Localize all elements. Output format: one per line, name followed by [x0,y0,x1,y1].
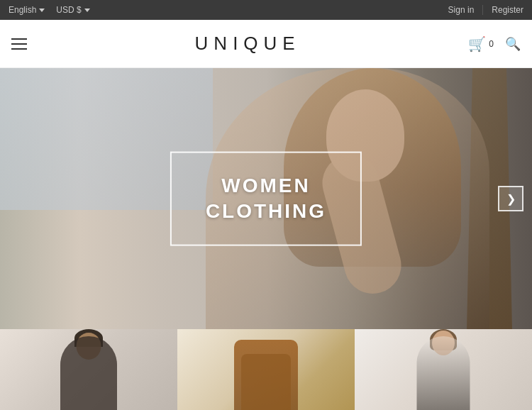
slider-next-button[interactable]: ❯ [498,186,523,211]
thumb3-body [417,336,470,410]
currency-chevron-icon [84,9,90,12]
language-label: English [9,5,36,15]
top-bar-divider [482,5,483,15]
hamburger-line-3 [11,48,27,50]
hamburger-line-1 [11,38,27,40]
cart-button[interactable]: 🛒 0 [468,35,494,52]
hero-title: WOMEN CLOTHING [206,173,326,225]
currency-label: USD $ [56,5,81,15]
hamburger-menu-button[interactable] [11,38,27,50]
brand-logo[interactable]: UNIQUE [195,33,301,55]
top-bar-right: Sign in Register [448,5,523,15]
thumb1-body [60,336,117,410]
main-header: UNIQUE 🛒 0 🔍 [0,20,532,68]
thumb2-bag-detail [241,354,291,410]
hamburger-line-2 [11,43,27,45]
product-thumb-3[interactable] [355,329,532,410]
product-thumbnails [0,329,532,410]
product-thumb-1[interactable] [0,329,177,410]
currency-selector[interactable]: USD $ [56,5,89,15]
product-thumb-2[interactable] [177,329,355,410]
hero-text-box: WOMEN CLOTHING [170,152,362,246]
language-chevron-icon [39,9,45,12]
register-link[interactable]: Register [492,5,523,15]
header-right: 🛒 0 🔍 [468,35,521,52]
cart-count: 0 [489,39,494,49]
hero-slider: WOMEN CLOTHING ❯ [0,68,532,329]
top-bar: English USD $ Sign in Register [0,0,532,20]
language-selector[interactable]: English [9,5,45,15]
slider-next-icon: ❯ [506,192,516,206]
top-bar-left: English USD $ [9,5,90,15]
search-icon[interactable]: 🔍 [505,36,521,52]
cart-icon: 🛒 [468,35,486,52]
signin-link[interactable]: Sign in [448,5,475,15]
